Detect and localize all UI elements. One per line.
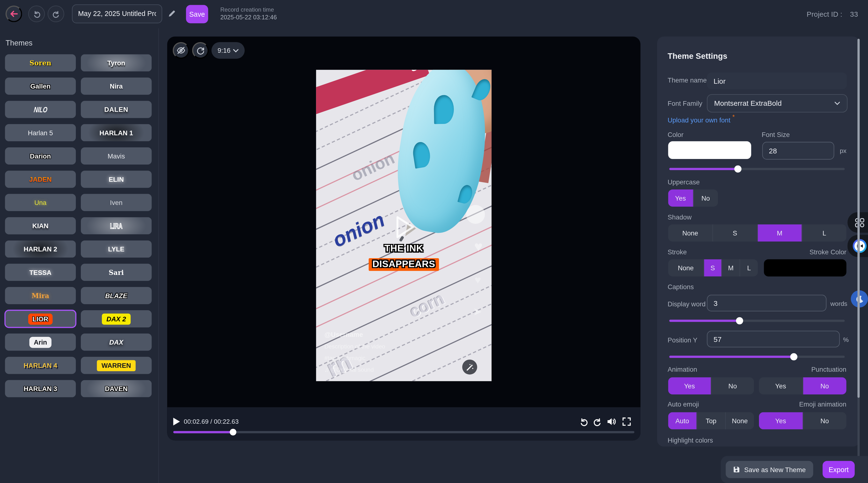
theme-button-blaze[interactable]: BLAZE	[81, 287, 152, 304]
record-creation-block: Record creation time 2025-05-22 03:12:46	[220, 6, 277, 21]
animation-yes[interactable]: Yes	[668, 377, 711, 394]
theme-button-iven[interactable]: Iven	[81, 194, 152, 211]
seek-bar-thumb[interactable]	[230, 429, 237, 435]
theme-button-soren[interactable]: Soren	[5, 54, 76, 72]
redo-button[interactable]	[48, 6, 64, 22]
font-size-slider[interactable]	[669, 168, 845, 170]
play-button[interactable]	[173, 417, 180, 426]
edit-title-pencil-icon[interactable]	[167, 9, 176, 19]
theme-button-kian[interactable]: KIAN	[5, 217, 76, 234]
position-y-input[interactable]	[707, 331, 840, 347]
back-arrow-icon	[9, 9, 19, 19]
auto-emoji-top[interactable]: Top	[697, 412, 725, 429]
theme-button-mira[interactable]: Mira	[5, 287, 76, 304]
stroke-l[interactable]: L	[740, 259, 758, 276]
stroke-s[interactable]: S	[704, 259, 722, 276]
panel-scrollbar-thumb[interactable]	[857, 39, 860, 398]
shadow-s[interactable]: S	[713, 224, 757, 242]
punctuation-no[interactable]: No	[803, 377, 846, 394]
theme-button-una[interactable]: Una	[5, 194, 76, 211]
refresh-icon	[196, 46, 205, 54]
text-color-swatch[interactable]	[668, 141, 751, 159]
theme-button-sari[interactable]: Sari	[81, 264, 152, 281]
record-creation-time: 2025-05-22 03:12:46	[220, 13, 277, 21]
theme-button-harlan1[interactable]: HARLAN 1	[81, 124, 152, 141]
aspect-ratio-dropdown[interactable]: 9:16	[212, 42, 245, 59]
theme-button-lior-selected[interactable]: LIOR	[5, 310, 76, 328]
volume-button[interactable]	[607, 417, 617, 426]
video-frame[interactable]: onion onion corn rn s THE INK DISAPPEARS	[316, 70, 492, 381]
font-size-input[interactable]	[762, 142, 834, 160]
theme-button-harlan5[interactable]: Harlan 5	[5, 124, 76, 141]
display-word-slider[interactable]	[669, 320, 845, 322]
theme-button-nira[interactable]: Nira	[81, 78, 152, 95]
theme-button-harlan3[interactable]: HARLAN 3	[5, 380, 76, 397]
theme-button-nilo[interactable]: NILO	[5, 101, 76, 118]
stroke-m[interactable]: M	[722, 259, 740, 276]
export-button[interactable]: Export	[823, 461, 855, 478]
stroke-none[interactable]: None	[668, 259, 704, 276]
theme-button-darion[interactable]: Darion	[5, 147, 76, 165]
theme-button-tessa[interactable]: TESSA	[5, 264, 76, 281]
theme-button-harlan4[interactable]: HARLAN 4	[5, 357, 76, 374]
theme-button-dax2[interactable]: DAX 2	[81, 310, 152, 328]
auto-emoji-auto[interactable]: Auto	[668, 412, 697, 429]
theme-button-elin[interactable]: ELIN	[81, 171, 152, 188]
shadow-l[interactable]: L	[802, 224, 846, 242]
aspect-ratio-value: 9:16	[218, 47, 230, 54]
seek-bar[interactable]	[173, 431, 634, 433]
required-asterisk: *	[732, 113, 735, 120]
theme-button-jaden[interactable]: JADEN	[5, 171, 76, 188]
stroke-color-swatch[interactable]	[764, 259, 846, 276]
theme-button-daven[interactable]: DAVEN	[81, 380, 152, 397]
heart-icon: ♥	[474, 239, 483, 254]
forward-button[interactable]	[593, 417, 602, 427]
uppercase-yes[interactable]: Yes	[668, 190, 693, 207]
theme-button-harlan2[interactable]: HARLAN 2	[5, 240, 76, 258]
ribbon-letter: s	[408, 70, 420, 75]
time-display: 00:02.69 / 00:22.63	[184, 418, 239, 425]
player-controls: 00:02.69 / 00:22.63	[167, 407, 641, 441]
save-as-new-theme-button[interactable]: Save as New Theme	[726, 461, 813, 478]
shadow-m[interactable]: M	[757, 224, 802, 242]
refresh-button[interactable]	[192, 42, 209, 59]
display-word-input[interactable]	[707, 295, 827, 311]
theme-button-dax[interactable]: DAX	[81, 334, 152, 351]
shadow-none[interactable]: None	[668, 224, 713, 242]
uppercase-no[interactable]: No	[693, 190, 718, 207]
back-button[interactable]	[6, 6, 22, 22]
animation-no[interactable]: No	[711, 377, 754, 394]
emoji-animation-no[interactable]: No	[803, 412, 846, 429]
emoji-animation-label: Emoji animation	[799, 400, 846, 408]
rewind-button[interactable]	[579, 417, 589, 427]
font-size-slider-thumb[interactable]	[734, 165, 741, 173]
caption-line-2-wrap: DISAPPEARS	[316, 258, 492, 271]
theme-button-mavis[interactable]: Mavis	[81, 147, 152, 165]
position-y-slider-thumb[interactable]	[790, 353, 797, 361]
upload-font-link[interactable]: Upload your own font	[668, 116, 731, 124]
theme-button-lira[interactable]: LIRA	[81, 217, 152, 234]
font-family-select[interactable]: Montserrat ExtraBold	[707, 94, 848, 113]
project-title-input[interactable]	[72, 4, 162, 23]
display-word-slider-thumb[interactable]	[736, 317, 743, 324]
theme-button-gallen[interactable]: Gallen	[5, 78, 76, 95]
theme-button-tyron[interactable]: Tyron	[81, 54, 152, 72]
undo-button[interactable]	[28, 6, 45, 22]
auto-emoji-none[interactable]: None	[726, 412, 754, 429]
punctuation-label: Punctuation	[811, 366, 846, 373]
punctuation-yes[interactable]: Yes	[759, 377, 803, 394]
magic-wand-button[interactable]	[462, 360, 477, 375]
magic-wand-icon	[466, 363, 474, 371]
theme-name-input[interactable]	[707, 73, 847, 89]
save-button[interactable]: Save	[186, 5, 208, 24]
position-y-slider[interactable]	[669, 356, 845, 358]
emoji-animation-yes[interactable]: Yes	[759, 412, 803, 429]
play-overlay-icon[interactable]	[395, 215, 415, 239]
theme-button-arin[interactable]: Arin	[5, 334, 76, 351]
hide-captions-button[interactable]	[173, 42, 189, 59]
floppy-disk-icon	[733, 466, 740, 473]
theme-button-lyle[interactable]: LYLE	[81, 240, 152, 258]
theme-button-warren[interactable]: WARREN	[81, 357, 152, 374]
fullscreen-button[interactable]	[622, 417, 631, 426]
theme-button-dalen[interactable]: DALEN	[81, 101, 152, 118]
